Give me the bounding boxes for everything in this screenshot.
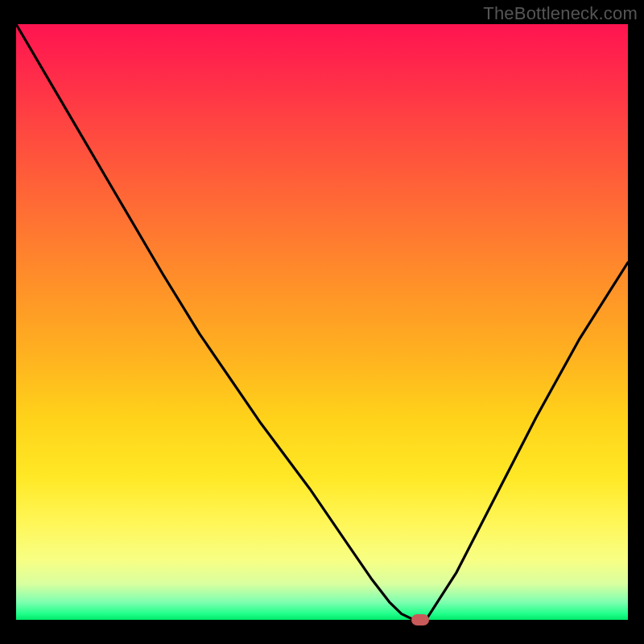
watermark-text: TheBottleneck.com [483,3,638,24]
optimal-point-marker [411,614,429,625]
bottleneck-curve [16,24,628,620]
chart-frame: TheBottleneck.com [0,0,644,644]
plot-area [16,24,628,620]
